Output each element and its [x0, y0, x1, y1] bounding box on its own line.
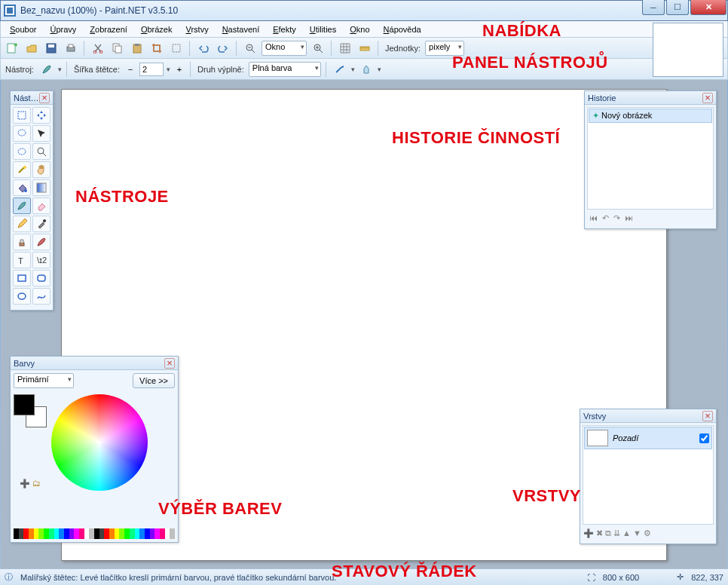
tool-text[interactable]: T — [13, 252, 31, 268]
history-panel-title-text: Historie — [588, 93, 616, 103]
history-first-icon[interactable]: ⏮ — [589, 213, 598, 227]
tool-rectangle[interactable] — [13, 270, 31, 286]
menu-efekty[interactable]: Efekty — [267, 23, 302, 35]
close-button[interactable] — [690, 0, 726, 15]
undo-button[interactable] — [195, 40, 212, 57]
history-list[interactable]: ✦ Nový obrázek — [587, 107, 714, 210]
color-swatches[interactable] — [14, 394, 47, 427]
history-forward-icon[interactable]: ↷ — [613, 213, 620, 227]
tool-label: Nástroj: — [4, 65, 35, 74]
layer-down-icon[interactable]: ▼ — [633, 528, 641, 542]
tool-ellipse-select[interactable] — [13, 143, 31, 160]
tools-panel-close-icon[interactable]: × — [39, 93, 50, 103]
brush-width-input[interactable] — [139, 63, 164, 76]
tool-gradient[interactable] — [32, 179, 50, 196]
maximize-button[interactable] — [666, 0, 689, 15]
color-palette-strip[interactable] — [14, 528, 175, 539]
menu-okno[interactable]: Okno — [344, 23, 375, 35]
tool-line[interactable]: \ɪ2 — [32, 252, 50, 268]
units-combo[interactable]: pixely — [425, 41, 464, 56]
color-wheel[interactable] — [51, 394, 148, 491]
tool-ellipse[interactable] — [13, 288, 31, 305]
svg-text:+: + — [14, 43, 17, 49]
tool-recolor[interactable] — [32, 234, 50, 250]
tool-rounded-rect[interactable] — [32, 270, 50, 286]
menu-zobrazeni[interactable]: Zobrazení — [84, 23, 133, 35]
layer-properties-icon[interactable]: ⚙ — [644, 528, 651, 542]
layer-visible-checkbox[interactable] — [699, 433, 709, 443]
layer-item[interactable]: Pozadí — [584, 427, 712, 449]
menu-vrstvy[interactable]: Vrstvy — [179, 23, 214, 35]
ruler-button[interactable] — [356, 40, 373, 57]
tool-zoom[interactable] — [32, 143, 50, 160]
menu-nastaveni[interactable]: Nastavení — [216, 23, 266, 35]
width-minus-button[interactable]: − — [124, 61, 136, 78]
history-item[interactable]: ✦ Nový obrázek — [589, 109, 712, 123]
cut-button[interactable] — [90, 40, 106, 57]
layer-merge-icon[interactable]: ⇊ — [613, 528, 620, 542]
paste-button[interactable] — [129, 40, 145, 57]
tool-paint-bucket[interactable] — [13, 179, 31, 196]
blend-button[interactable] — [358, 61, 375, 78]
color-mode-combo[interactable]: Primární — [14, 373, 74, 388]
status-hint: Malířský štětec: Levé tlačítko kreslí pr… — [20, 573, 580, 582]
history-panel-close-icon[interactable]: × — [702, 93, 713, 103]
layer-thumbnail — [587, 430, 608, 446]
save-button[interactable] — [43, 40, 60, 57]
zoom-out-button[interactable] — [242, 40, 258, 57]
redo-button[interactable] — [215, 40, 231, 57]
tools-panel-title: Nást… × — [11, 91, 53, 105]
cursor-pos-icon: ✛ — [677, 572, 684, 582]
menu-upravy[interactable]: Úpravy — [44, 23, 82, 35]
zoom-in-button[interactable] — [310, 40, 326, 57]
history-last-icon[interactable]: ⏭ — [625, 213, 633, 227]
units-label: Jednotky: — [384, 44, 422, 53]
primary-color-swatch[interactable] — [14, 394, 35, 415]
status-bar: ⓘ Malířský štětec: Levé tlačítko kreslí … — [0, 568, 728, 585]
fill-type-combo[interactable]: Plná barva — [249, 62, 321, 77]
tool-paintbrush[interactable] — [13, 198, 31, 214]
tool-clone-stamp[interactable] — [13, 234, 31, 250]
tool-magic-wand[interactable] — [13, 161, 31, 178]
copy-button[interactable] — [109, 40, 126, 57]
grid-button[interactable] — [337, 40, 353, 57]
menu-utilities[interactable]: Utilities — [304, 23, 342, 35]
tool-move-selection[interactable] — [32, 107, 50, 124]
layers-panel-close-icon[interactable]: × — [702, 411, 713, 421]
image-preview-thumbnail[interactable] — [653, 23, 723, 77]
antialias-button[interactable] — [332, 61, 348, 78]
colors-panel-close-icon[interactable]: × — [164, 358, 175, 369]
svg-rect-26 — [20, 243, 24, 246]
crop-button[interactable] — [148, 40, 165, 57]
width-plus-button[interactable]: + — [173, 61, 185, 78]
tool-lasso[interactable] — [13, 125, 31, 142]
tool-eraser[interactable] — [32, 198, 50, 214]
layers-list[interactable]: Pozadí — [583, 425, 714, 525]
menu-soubor[interactable]: Soubor — [4, 23, 42, 35]
zoom-combo[interactable]: Okno — [262, 41, 307, 56]
history-item-label: Nový obrázek — [601, 111, 652, 120]
minimize-button[interactable] — [642, 0, 665, 15]
palette-add-icon[interactable]: ➕ — [20, 479, 30, 489]
menu-napoveda[interactable]: Nápověda — [378, 23, 427, 35]
tool-pan[interactable] — [32, 161, 50, 178]
tool-color-picker[interactable] — [32, 216, 50, 232]
tool-freeform[interactable] — [32, 288, 50, 305]
palette-menu-icon[interactable]: 🗂 — [32, 479, 41, 489]
history-back-icon[interactable]: ↶ — [602, 213, 609, 227]
tool-move-pixels[interactable] — [32, 125, 50, 142]
print-button[interactable] — [63, 40, 79, 57]
layer-up-icon[interactable]: ▲ — [622, 528, 631, 542]
tool-pencil[interactable] — [13, 216, 31, 232]
new-button[interactable]: + — [4, 40, 20, 57]
colors-more-button[interactable]: Více >> — [133, 373, 175, 388]
tool-rect-select[interactable] — [13, 107, 31, 124]
layer-add-icon[interactable]: ➕ — [583, 528, 594, 542]
layer-duplicate-icon[interactable]: ⧉ — [605, 528, 611, 542]
menu-obrazek[interactable]: Obrázek — [135, 23, 179, 35]
current-tool-icon[interactable] — [38, 61, 55, 78]
layers-toolbar: ➕ ✖ ⧉ ⇊ ▲ ▼ ⚙ — [580, 527, 716, 544]
deselect-button[interactable] — [168, 40, 185, 57]
open-button[interactable] — [23, 40, 40, 57]
layer-delete-icon[interactable]: ✖ — [596, 528, 603, 542]
